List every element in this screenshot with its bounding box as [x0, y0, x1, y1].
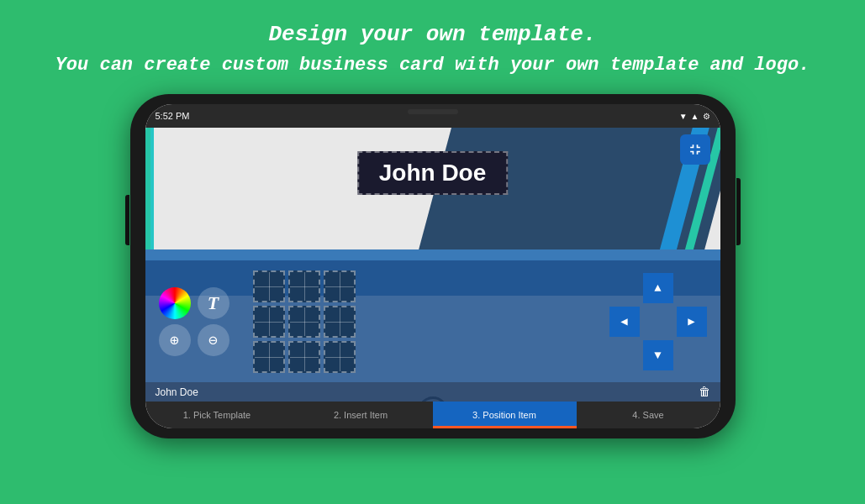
grid-cell-3[interactable]: [324, 270, 356, 302]
grid-cell-8[interactable]: [288, 341, 320, 373]
text-button[interactable]: T: [198, 287, 229, 319]
zoom-out-button[interactable]: ⊖: [198, 324, 229, 356]
control-panel: T ⊕ ⊖: [145, 260, 720, 382]
arrow-empty-2: [677, 273, 707, 303]
card-name[interactable]: John Doe: [357, 151, 509, 195]
arrow-up-button[interactable]: ▲: [643, 273, 673, 303]
grid-cell-5[interactable]: [288, 306, 320, 338]
step-tabs: 1. Pick Template 2. Insert Item 3. Posit…: [145, 402, 720, 428]
status-icons: ▼ ▲ ⚙: [679, 112, 710, 121]
tab-pick-template[interactable]: 1. Pick Template: [145, 402, 289, 428]
phone-screen: 5:52 PM ▼ ▲ ⚙: [145, 104, 720, 428]
arrow-right-button[interactable]: ▶: [677, 307, 707, 337]
status-bar: 5:52 PM ▼ ▲ ⚙: [145, 104, 720, 128]
name-bar: John Doe 🗑: [145, 382, 720, 402]
trash-icon[interactable]: 🗑: [699, 386, 710, 399]
tab-save[interactable]: 4. Save: [577, 402, 720, 428]
grid-cell-9[interactable]: [324, 341, 356, 373]
left-toolbar: T ⊕ ⊖: [159, 287, 229, 356]
signal-icon: ▲: [691, 112, 699, 121]
main-container: Design your own template. You can create…: [0, 0, 865, 438]
collapse-icon: [687, 141, 704, 158]
collapse-button[interactable]: [680, 134, 710, 165]
arrow-down-button[interactable]: ▼: [643, 340, 673, 370]
arrow-controls: ▲ ◀ ▶ ▼: [609, 273, 707, 370]
grid-selector[interactable]: [253, 270, 356, 373]
screen-content: John Doe: [145, 128, 720, 428]
grid-cell-6[interactable]: [324, 306, 356, 338]
wifi-icon: ▼: [679, 112, 688, 121]
arrow-empty-1: [609, 273, 640, 303]
zoom-in-button[interactable]: ⊕: [159, 324, 191, 356]
header-line2: You can create custom business card with…: [34, 51, 831, 79]
arrow-empty-5: [677, 340, 707, 370]
toolbar-row-1: T: [159, 287, 229, 319]
status-time: 5:52 PM: [156, 111, 190, 121]
tab-insert-item[interactable]: 2. Insert Item: [289, 402, 433, 428]
name-bar-text: John Doe: [156, 386, 198, 398]
phone-speaker: [408, 109, 458, 114]
header: Design your own template. You can create…: [0, 0, 865, 87]
phone-wrapper: 5:52 PM ▼ ▲ ⚙: [0, 94, 865, 438]
grid-cell-2[interactable]: [288, 270, 320, 302]
phone: 5:52 PM ▼ ▲ ⚙: [130, 94, 736, 438]
arrow-left-button[interactable]: ◀: [609, 307, 640, 337]
color-wheel-button[interactable]: [159, 287, 191, 319]
header-line1: Design your own template.: [34, 18, 831, 51]
arrow-empty-3: [643, 307, 673, 337]
toolbar-row-2: ⊕ ⊖: [159, 324, 229, 356]
grid-cell-4[interactable]: [253, 306, 285, 338]
battery-icon: ⚙: [703, 112, 710, 121]
arrow-empty-4: [609, 340, 640, 370]
grid-cell-7[interactable]: [253, 341, 285, 373]
grid-cell-1[interactable]: [253, 270, 285, 302]
tab-position-item[interactable]: 3. Position Item: [433, 402, 577, 428]
